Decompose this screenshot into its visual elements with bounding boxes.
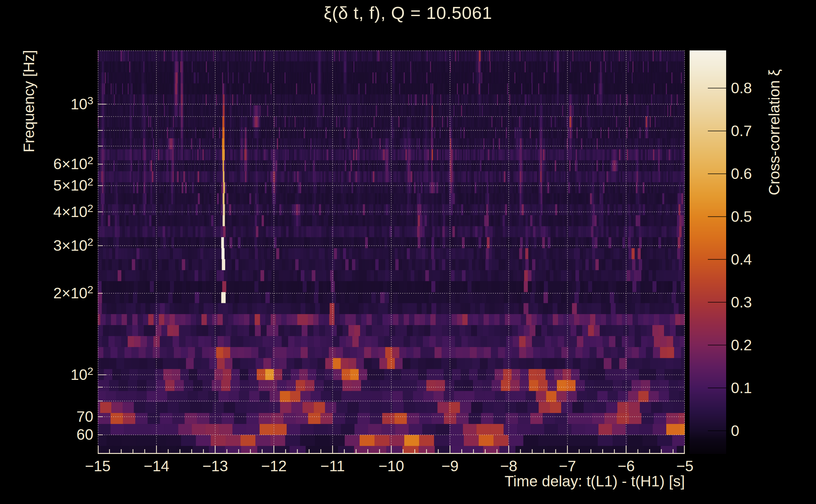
x-tick-label: −10 <box>366 457 417 475</box>
plot-title: ξ(δ t, f), Q = 10.5061 <box>0 3 816 23</box>
exponent: 2 <box>87 283 93 295</box>
exponent: 2 <box>87 154 93 166</box>
colorbar-tick-label: 0.6 <box>731 165 752 183</box>
y-tick-label: 102 <box>14 366 93 384</box>
x-tick-label: −15 <box>72 457 123 475</box>
colorbar-tick-label: 0.2 <box>731 336 752 354</box>
y-tick-label: 103 <box>14 95 93 113</box>
x-tick-label: −11 <box>308 457 358 475</box>
y-tick-label: 5×102 <box>14 176 93 195</box>
x-axis-title: Time delay: t(L1) - t(H1) [s] <box>504 473 685 490</box>
exponent: 2 <box>87 176 93 188</box>
x-tick-label: −7 <box>542 457 593 475</box>
x-tick-label: −14 <box>131 457 181 475</box>
y-tick-label: 6×102 <box>14 155 93 173</box>
colorbar-tick-label: 0.8 <box>731 79 752 97</box>
x-tick-label: −12 <box>249 457 299 475</box>
exponent: 2 <box>87 202 93 214</box>
x-tick-label: −8 <box>483 457 534 475</box>
exponent: 2 <box>87 365 93 377</box>
x-tick-label: −5 <box>660 457 710 475</box>
colorbar-tick-label: 0.1 <box>731 379 752 397</box>
exponent: 2 <box>87 236 93 248</box>
y-tick-label: 70 <box>14 408 93 426</box>
colorbar-tick-label: 0.3 <box>731 293 752 312</box>
y-tick-label: 60 <box>14 426 93 444</box>
colorbar-tick-label: 0 <box>731 422 739 440</box>
y-tick-label: 2×102 <box>14 284 93 302</box>
x-tick-label: −9 <box>425 457 475 475</box>
colorbar-tick-label: 0.5 <box>731 208 752 226</box>
colorbar-tick-label: 0.7 <box>731 122 752 140</box>
y-tick-label: 3×102 <box>14 237 93 255</box>
heatmap-canvas <box>98 50 685 454</box>
figure: ξ(δ t, f), Q = 10.5061 Frequency [Hz] −1… <box>0 0 816 504</box>
colorbar-tick-label: 0.4 <box>731 250 752 269</box>
colorbar-title: Cross-correlation ξ <box>766 69 783 195</box>
x-tick-label: −6 <box>601 457 652 475</box>
x-tick-label: −13 <box>190 457 240 475</box>
exponent: 3 <box>87 95 93 106</box>
colorbar-canvas <box>690 50 726 454</box>
y-tick-label: 4×102 <box>14 203 93 221</box>
